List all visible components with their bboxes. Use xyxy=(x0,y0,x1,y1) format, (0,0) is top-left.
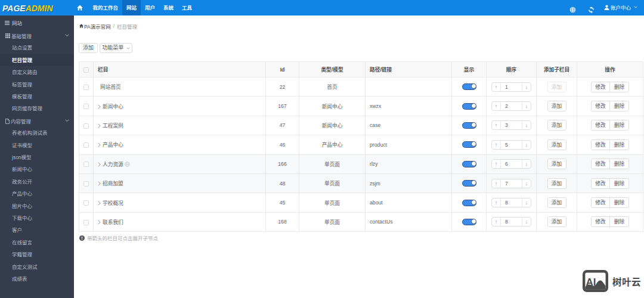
svg-text:AI: AI xyxy=(586,277,596,288)
